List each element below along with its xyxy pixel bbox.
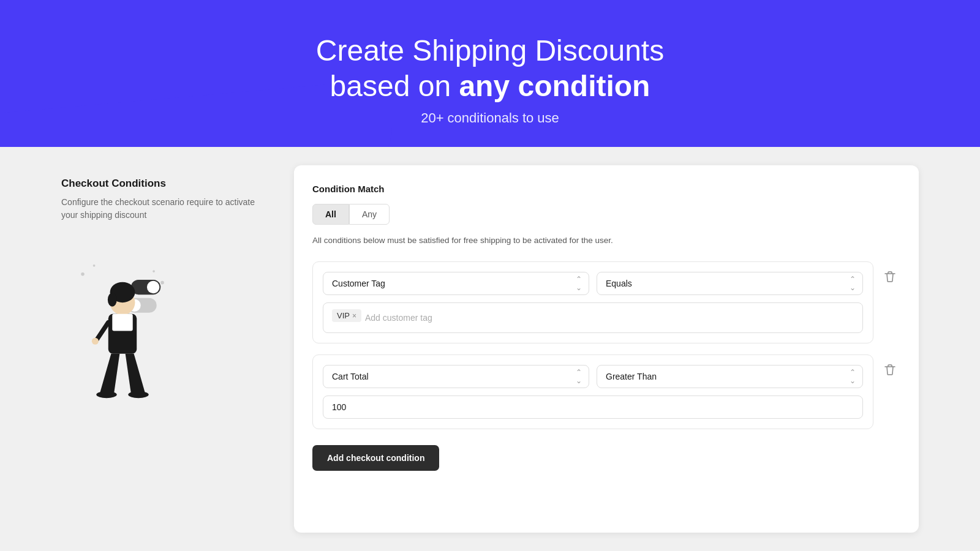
vip-tag: VIP × [332,309,361,322]
condition-1-selects: Customer Tag ⌃⌄ Equals ⌃⌄ [323,272,863,295]
sidebar-description: Configure the checkout scenario require … [61,196,270,222]
condition-1-delete-button[interactable] [880,266,900,287]
condition-match-toggle: All Any [312,204,900,225]
condition-2-value-input[interactable] [323,395,863,419]
tag-placeholder: Add customer tag [365,313,432,323]
illustration-svg [61,240,184,399]
main-card: Condition Match All Any All conditions b… [294,165,919,533]
condition-1-field-select[interactable]: Customer Tag [323,272,589,295]
condition-2-operator-wrapper: Greater Than ⌃⌄ [597,365,863,388]
condition-2-field-wrapper: Cart Total ⌃⌄ [323,365,589,388]
hero-subtitle: 20+ conditionals to use [421,110,559,126]
condition-block-2: Cart Total ⌃⌄ Greater Than ⌃⌄ [312,354,873,429]
condition-row-1: Customer Tag ⌃⌄ Equals ⌃⌄ VIP × [312,261,900,343]
condition-2-selects: Cart Total ⌃⌄ Greater Than ⌃⌄ [323,365,863,388]
svg-point-3 [153,270,155,272]
svg-rect-18 [112,314,132,331]
svg-point-13 [108,293,117,306]
condition-1-tag-input[interactable]: VIP × Add customer tag [323,302,863,333]
condition-2-operator-select[interactable]: Greater Than [597,365,863,388]
add-checkout-condition-button[interactable]: Add checkout condition [312,445,439,471]
vip-tag-remove[interactable]: × [352,312,356,320]
hero-title: Create Shipping Discounts based on any c… [316,33,664,103]
condition-2-field-select[interactable]: Cart Total [323,365,589,388]
hero-section: Create Shipping Discounts based on any c… [0,0,980,159]
toggle-any-button[interactable]: Any [349,204,390,225]
condition-1-operator-wrapper: Equals ⌃⌄ [597,272,863,295]
condition-1-field-wrapper: Customer Tag ⌃⌄ [323,272,589,295]
illustration [61,240,184,399]
content-area: Checkout Conditions Configure the checko… [0,147,980,551]
svg-point-15 [92,338,99,345]
condition-description: All conditions below must be satisfied f… [312,234,900,247]
svg-line-14 [97,323,108,340]
condition-2-delete-button[interactable] [880,359,900,380]
section-title: Condition Match [312,184,900,194]
svg-point-16 [96,391,116,398]
sidebar: Checkout Conditions Configure the checko… [61,165,270,533]
svg-point-1 [93,264,96,267]
svg-point-0 [81,272,85,276]
svg-point-2 [160,281,164,285]
condition-1-operator-select[interactable]: Equals [597,272,863,295]
condition-row-2: Cart Total ⌃⌄ Greater Than ⌃⌄ [312,354,900,429]
toggle-all-button[interactable]: All [312,204,349,225]
condition-block-1: Customer Tag ⌃⌄ Equals ⌃⌄ VIP × [312,261,873,343]
svg-point-17 [128,391,148,398]
sidebar-title: Checkout Conditions [61,178,270,190]
svg-point-6 [147,281,159,293]
